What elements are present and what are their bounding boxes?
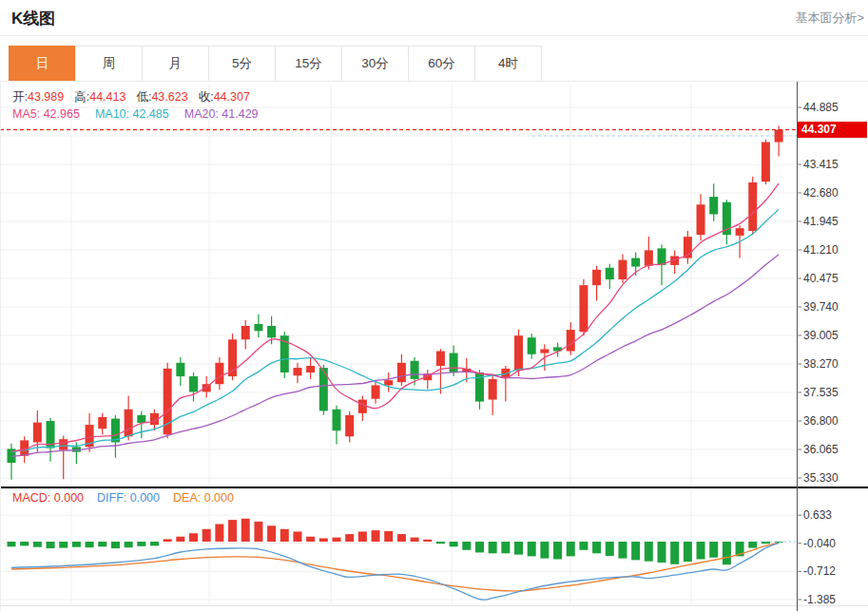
- macd-bar: [228, 520, 237, 542]
- macd-bar: [33, 542, 42, 547]
- axis-tick-label: 36.800: [803, 414, 839, 428]
- candle-body: [137, 415, 145, 423]
- axis-tick-label: 40.475: [803, 272, 839, 285]
- candle-body: [540, 349, 549, 353]
- candle-body: [59, 439, 68, 449]
- readout-item: DIFF: 0.000: [97, 491, 160, 505]
- macd-bar: [372, 530, 380, 542]
- macd-bar: [306, 537, 315, 542]
- macd-bar: [333, 538, 341, 542]
- candle-body: [645, 250, 653, 265]
- candle-body: [293, 368, 301, 375]
- macd-bar: [709, 542, 718, 558]
- candle-body: [736, 228, 744, 236]
- macd-bar: [723, 542, 731, 564]
- macd-bar: [164, 539, 172, 542]
- macd-bar: [592, 542, 601, 553]
- macd-bar: [618, 542, 627, 559]
- macd-bar: [20, 542, 29, 545]
- macd-bar: [658, 542, 666, 563]
- candle-body: [411, 361, 419, 379]
- axis-tick-label: 42.680: [803, 186, 839, 200]
- macd-bar: [280, 529, 289, 542]
- candle-body: [709, 197, 718, 214]
- macd-bar: [59, 542, 68, 548]
- macd-bar: [567, 542, 575, 556]
- macd-bar: [631, 542, 640, 560]
- macd-bar: [125, 542, 133, 547]
- macd-bar: [176, 537, 184, 542]
- macd-bar: [397, 534, 406, 542]
- axis-tick-label: -1.385: [803, 593, 836, 606]
- readout-item: 低:43.623: [136, 89, 187, 105]
- macd-bar: [254, 522, 262, 542]
- readout-item: 开:43.989: [12, 89, 64, 105]
- candle-body: [372, 385, 380, 398]
- macd-bar: [489, 542, 497, 553]
- candle-body: [333, 410, 341, 430]
- candle-body: [189, 376, 198, 391]
- macd-bar: [72, 542, 81, 547]
- macd-bar: [475, 542, 484, 552]
- macd-bar: [384, 531, 393, 542]
- macd-bar: [98, 542, 106, 546]
- readout-item: 高:44.413: [74, 89, 125, 105]
- candle-body: [489, 379, 497, 400]
- candle-body: [514, 335, 523, 371]
- macd-bar: [462, 542, 471, 550]
- macd-bar: [203, 529, 211, 542]
- candle-body: [176, 363, 184, 376]
- macd-bar: [137, 542, 145, 546]
- candle-body: [450, 353, 458, 372]
- readout-item: MA20: 41.429: [184, 107, 259, 121]
- candle-body: [697, 204, 705, 235]
- macd-bar: [553, 542, 562, 559]
- readout-item: 收:44.307: [199, 89, 250, 105]
- macd-bar: [528, 542, 536, 556]
- macd-bar: [748, 542, 757, 548]
- candle-body: [528, 337, 536, 354]
- candle-body: [306, 366, 315, 372]
- axis-tick-label: 39.740: [803, 300, 839, 314]
- current-price-badge: 44.307: [798, 122, 867, 138]
- macd-bar: [150, 542, 159, 545]
- candle-body: [579, 285, 588, 332]
- candle-body: [397, 363, 406, 382]
- candle-body: [592, 270, 601, 285]
- axis-tick-label: 38.270: [803, 357, 839, 371]
- candle-body: [631, 258, 640, 267]
- axis-tick-label: 35.330: [803, 471, 839, 485]
- macd-bar: [358, 531, 367, 542]
- candle-body: [384, 380, 393, 385]
- candle-body: [748, 182, 757, 231]
- readout-item: MA10: 42.485: [95, 107, 169, 121]
- axis-tick-label: 39.005: [803, 329, 839, 342]
- axis-tick-label: 36.065: [803, 443, 839, 456]
- macd-bar: [450, 542, 458, 546]
- candle-body: [567, 330, 575, 351]
- macd-bar: [411, 538, 419, 542]
- macd-bar: [606, 542, 614, 556]
- candle-body: [125, 410, 133, 437]
- axis-tick-label: 37.535: [803, 386, 839, 399]
- axis-tick-label: -0.712: [803, 564, 836, 578]
- macd-bar: [215, 525, 223, 542]
- macd-bar: [670, 542, 679, 564]
- macd-bar: [345, 534, 354, 542]
- axis-tick-label: 44.885: [803, 101, 839, 114]
- axis-tick-label: 41.945: [803, 215, 839, 228]
- candle-body: [658, 248, 666, 265]
- macd-bar: [47, 542, 55, 548]
- macd-bar: [645, 542, 653, 562]
- candle-body: [345, 415, 354, 436]
- candle-body: [98, 417, 106, 429]
- axis-tick-label: 0.633: [803, 508, 832, 522]
- macd-bar: [436, 542, 445, 544]
- macd-bar: [86, 542, 94, 547]
- macd-bar: [267, 525, 276, 542]
- readout-item: MACD: 0.000: [12, 491, 84, 505]
- candle-body: [775, 130, 783, 143]
- macd-readout-row: MACD: 0.000DIFF: 0.000DEA: 0.000: [12, 491, 234, 505]
- macd-bar: [684, 542, 692, 562]
- candle-body: [241, 326, 250, 339]
